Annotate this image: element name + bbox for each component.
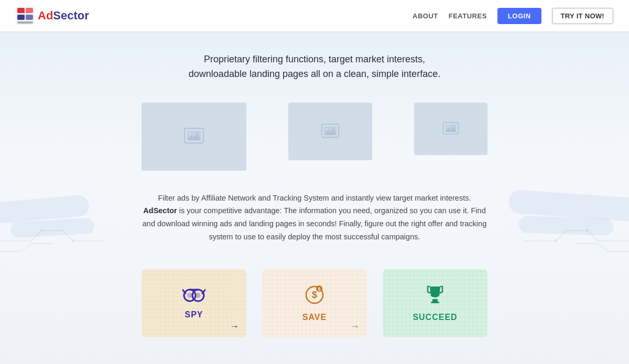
- svg-point-28: [187, 293, 192, 298]
- feature-cards-row: SPY → $ $ SAVE →: [0, 253, 629, 348]
- spy-label: SPY: [185, 310, 203, 319]
- svg-point-17: [325, 128, 328, 130]
- image-placeholder-1: [142, 103, 246, 171]
- logo-ad-text: Ad: [38, 9, 53, 22]
- succeed-label: SUCCEED: [413, 313, 457, 322]
- svg-rect-3: [17, 15, 25, 20]
- try-now-button[interactable]: TRY IT NOW!: [552, 8, 613, 24]
- svg-text:$: $: [312, 290, 317, 300]
- save-icon: $ $: [305, 284, 324, 310]
- nav-about[interactable]: ABOUT: [413, 12, 438, 20]
- logo-sector-text: Sector: [53, 9, 89, 22]
- save-card[interactable]: $ $ SAVE →: [262, 269, 367, 337]
- placeholder-icon-2: [321, 123, 340, 140]
- spy-icon: [182, 288, 205, 307]
- save-label: SAVE: [302, 313, 327, 322]
- header: AdSector ABOUT FEATURES LOGIN TRY IT NOW…: [0, 0, 629, 31]
- svg-rect-35: [431, 302, 439, 303]
- image-placeholder-3: [414, 103, 487, 155]
- placeholder-icon-1: [183, 127, 204, 146]
- spy-card[interactable]: SPY →: [142, 269, 246, 337]
- svg-point-8: [585, 229, 589, 232]
- image-placeholders-row: [0, 92, 629, 181]
- svg-point-7: [72, 239, 75, 242]
- hero-text: Proprietary filtering functions, target …: [10, 52, 619, 82]
- spy-arrow: →: [230, 321, 239, 332]
- svg-rect-4: [26, 15, 33, 20]
- svg-rect-34: [432, 299, 438, 302]
- nav-features[interactable]: FEATURES: [449, 12, 487, 20]
- save-arrow: →: [350, 321, 360, 332]
- main-content: Proprietary filtering functions, target …: [0, 31, 629, 364]
- svg-point-29: [196, 293, 201, 298]
- svg-point-9: [554, 239, 557, 242]
- logo-icon: [16, 6, 35, 25]
- svg-rect-1: [17, 8, 25, 13]
- svg-point-13: [188, 133, 191, 136]
- description-section: Filter ads by Affiliate Network and Trac…: [126, 192, 503, 244]
- svg-rect-5: [17, 21, 33, 24]
- logo[interactable]: AdSector: [16, 6, 89, 25]
- svg-point-6: [40, 229, 44, 232]
- image-placeholder-2: [288, 103, 372, 160]
- svg-text:$: $: [318, 286, 320, 292]
- succeed-icon: [427, 284, 443, 310]
- placeholder-icon-3: [442, 122, 459, 136]
- hero-section: Proprietary filtering functions, target …: [0, 31, 629, 92]
- main-nav: ABOUT FEATURES LOGIN TRY IT NOW!: [413, 8, 613, 24]
- svg-rect-2: [26, 8, 33, 13]
- svg-point-21: [446, 126, 449, 128]
- login-button[interactable]: LOGIN: [497, 8, 541, 24]
- succeed-card[interactable]: SUCCEED: [383, 269, 487, 337]
